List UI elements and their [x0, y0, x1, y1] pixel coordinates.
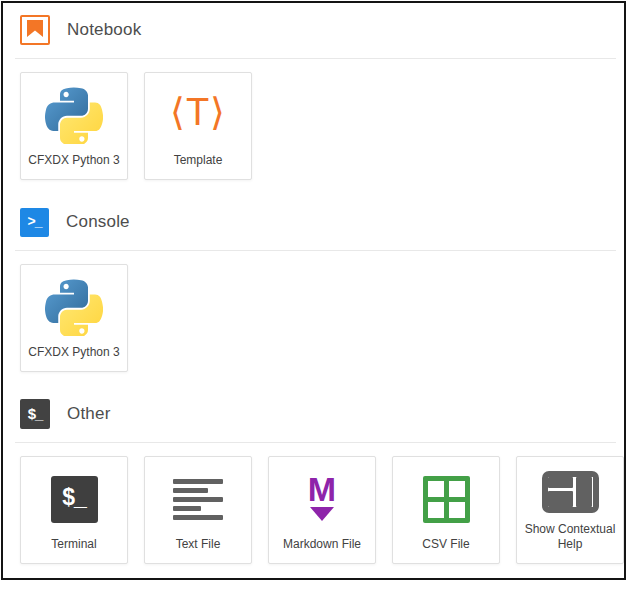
card-icon-area	[517, 457, 623, 522]
console-icon: >_	[20, 208, 49, 237]
launcher-panel: Notebook CFXDX Python	[1, 1, 626, 580]
python-icon	[45, 86, 103, 144]
card-icon-area	[21, 73, 127, 153]
spreadsheet-icon	[423, 476, 470, 523]
other-cards-row: $_ Terminal Text File M	[3, 443, 624, 579]
notebook-cards-row: CFXDX Python 3 ⟨T⟩ Template	[3, 59, 624, 195]
card-icon-area	[145, 457, 251, 537]
card-icon-area: ⟨T⟩	[145, 73, 251, 153]
section-header-notebook: Notebook	[3, 3, 624, 58]
card-icon-area: $_	[21, 457, 127, 537]
markdown-arrow-glyph	[310, 507, 334, 521]
text-file-icon	[173, 479, 223, 520]
card-icon-area	[393, 457, 499, 537]
inspector-icon	[542, 471, 599, 513]
section-header-console: >_ Console	[3, 195, 624, 250]
launcher-card-text-file[interactable]: Text File	[144, 456, 252, 564]
markdown-m-glyph: M	[308, 475, 336, 504]
card-label: Template	[169, 153, 228, 179]
card-label: Markdown File	[278, 537, 366, 563]
python-icon	[45, 278, 103, 336]
section-title-notebook: Notebook	[67, 20, 141, 40]
card-label: CFXDX Python 3	[23, 153, 124, 179]
card-label: CFXDX Python 3	[23, 345, 124, 371]
bookmark-glyph	[27, 20, 43, 37]
notebook-icon	[20, 15, 50, 45]
launcher-card-console-cfxdx-python3[interactable]: CFXDX Python 3	[20, 264, 128, 372]
terminal-icon: $_	[51, 476, 98, 523]
launcher-card-csv-file[interactable]: CSV File	[392, 456, 500, 564]
card-label: Terminal	[46, 537, 101, 563]
markdown-icon: M	[308, 475, 336, 523]
section-title-console: Console	[66, 212, 130, 232]
terminal-icon: $_	[20, 399, 50, 429]
console-cards-row: CFXDX Python 3	[3, 251, 624, 387]
launcher-card-template[interactable]: ⟨T⟩ Template	[144, 72, 252, 180]
card-icon-area	[21, 265, 127, 345]
card-label: Text File	[171, 537, 226, 563]
launcher-card-terminal[interactable]: $_ Terminal	[20, 456, 128, 564]
section-title-other: Other	[67, 404, 111, 424]
card-icon-area: M	[269, 457, 375, 537]
card-label: Show Contextual Help	[517, 522, 623, 563]
launcher-card-show-contextual-help[interactable]: Show Contextual Help	[516, 456, 624, 564]
launcher-card-notebook-cfxdx-python3[interactable]: CFXDX Python 3	[20, 72, 128, 180]
section-header-other: $_ Other	[3, 387, 624, 442]
card-label: CSV File	[417, 537, 474, 563]
launcher-card-markdown-file[interactable]: M Markdown File	[268, 456, 376, 564]
template-icon: ⟨T⟩	[170, 93, 226, 137]
